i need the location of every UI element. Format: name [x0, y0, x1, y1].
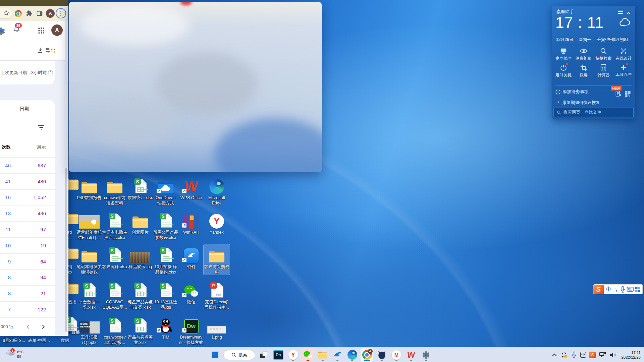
- sogou-toolbox[interactable]: [635, 285, 641, 293]
- clicks-value[interactable]: 11: [0, 227, 11, 232]
- sogou-logo-icon[interactable]: S: [593, 284, 604, 294]
- hidden-icon-label[interactable]: 数据: [61, 338, 69, 344]
- desktop-icon-work-report-pptx[interactable]: WORKREPORT 工作汇报(1).pptx: [76, 315, 102, 345]
- blurred-popup-window[interactable]: [69, 2, 322, 172]
- desktop-icon-sample-display-jpg[interactable]: 样品展示.jpg: [127, 244, 153, 270]
- todo-list-icon[interactable]: [615, 90, 622, 98]
- desktop-icon-wechat[interactable]: 微信: [178, 280, 204, 305]
- clicks-value[interactable]: 46: [0, 163, 11, 168]
- widget-menu-icon[interactable]: [618, 9, 624, 15]
- filter-icon[interactable]: [37, 123, 46, 131]
- tray-sogou[interactable]: S: [589, 352, 596, 358]
- chrome-logo-icon[interactable]: [15, 10, 22, 17]
- date-column-header[interactable]: 日期: [0, 103, 49, 115]
- taskbar-clock[interactable]: 17:11 2022/12/26: [621, 350, 641, 360]
- impressions-value[interactable]: 64: [11, 259, 46, 264]
- desktop-icon-creative-images-folder[interactable]: 创意图片: [127, 210, 153, 235]
- impressions-value[interactable]: 486: [11, 179, 46, 184]
- tray-network[interactable]: [599, 352, 606, 358]
- desktop-icon-onedrive-shortcut[interactable]: OneDrive -快捷方式: [153, 175, 179, 206]
- impressions-value[interactable]: 637: [11, 163, 46, 168]
- tray-sync[interactable]: [560, 351, 568, 359]
- desktop-icon-cqaiwo-cqeva2-xlsx[interactable]: S CQAIWOCQEVA2平...: [102, 280, 128, 310]
- taskbar-file-explorer[interactable]: [316, 348, 329, 362]
- desktop-icon-company-product-params-xlsx[interactable]: S 所需公司产品参数表.xlsx: [153, 210, 179, 240]
- clicks-column-header[interactable]: 次数: [0, 144, 11, 150]
- apps-grid-icon[interactable]: [38, 27, 44, 34]
- impressions-value[interactable]: 97: [11, 227, 46, 232]
- help-icon[interactable]: ?: [48, 70, 53, 75]
- desktop-icon-tim[interactable]: TIM: [153, 315, 179, 340]
- extensions-puzzle-icon[interactable]: [26, 10, 33, 18]
- taskbar-wechat[interactable]: [302, 348, 314, 362]
- widget-shortcut-eye[interactable]: 健康护眼: [574, 46, 594, 63]
- desktop-icon-ops-annual-summary[interactable]: 运营部年度总结Final(1)....: [76, 210, 102, 240]
- desktop-icon-cqaiwocqeva2-activity-xlsx[interactable]: S cqaiwocqeva2活动报...: [102, 315, 128, 345]
- impressions-value[interactable]: 21: [11, 291, 46, 296]
- clicks-value[interactable]: 9: [0, 259, 11, 264]
- tray-ime-mode[interactable]: 中: [580, 352, 586, 358]
- impressions-value[interactable]: 1,052: [11, 194, 46, 200]
- taskbar-yandex-browser[interactable]: Y: [287, 348, 300, 362]
- taskbar-tim[interactable]: [375, 348, 388, 362]
- impressions-value[interactable]: 94: [11, 275, 46, 280]
- add-todo-button[interactable]: 添加待办事项: [555, 89, 589, 95]
- todo-item[interactable]: • 康复期如何快速恢复: [557, 100, 600, 106]
- desktop-icon-laptop-keywords-folder[interactable]: 笔记本电脑关键词参数: [76, 244, 102, 275]
- taskbar-photoshop[interactable]: Ps: [272, 348, 285, 362]
- bookmark-star-icon[interactable]: [3, 10, 9, 17]
- desktop-icon-microsoft-edge[interactable]: MicrosoftEdge: [204, 175, 230, 206]
- taskbar-mail[interactable]: M: [390, 348, 403, 362]
- taskbar-start[interactable]: [209, 348, 221, 362]
- desktop-icon-yandex[interactable]: Y Yandex: [204, 210, 230, 235]
- side-panel-icon[interactable]: [36, 10, 43, 18]
- widget-shortcut-search[interactable]: 快捷搜索: [594, 46, 614, 63]
- widget-shortcut-power[interactable]: 定时关机: [553, 63, 574, 80]
- tray-microphone[interactable]: [571, 351, 577, 358]
- clicks-value[interactable]: 13: [0, 210, 11, 216]
- widget-shortcut-screenshot[interactable]: 截屏: [574, 63, 594, 80]
- taskbar-settings[interactable]: [420, 348, 432, 362]
- desktop-icon-laptop-main-products-xlsx[interactable]: S 笔记本电脑主推产品.xlsx: [102, 210, 128, 240]
- qr-code-icon[interactable]: [625, 91, 631, 98]
- desktop-icon-winrar[interactable]: WinRAR: [178, 210, 204, 235]
- desktop-icon-dingtalk[interactable]: 钉钉: [178, 244, 204, 270]
- next-page-button[interactable]: [40, 323, 47, 330]
- sogou-voice-input[interactable]: [620, 285, 626, 293]
- hidden-icon-label[interactable]: 6月30日 3...: [3, 338, 25, 344]
- gear-icon[interactable]: [0, 27, 6, 37]
- desktop-icon-dreamweaver-shortcut[interactable]: Dw Dreamweaver - 快捷方式: [178, 315, 204, 345]
- clicks-value[interactable]: 41: [0, 179, 11, 184]
- browser-menu-icon[interactable]: [56, 8, 66, 18]
- desktop-icon-cqaiwo-prep-folder[interactable]: cqaiwo年前准备资料: [102, 175, 128, 206]
- clicks-value[interactable]: 8: [0, 291, 11, 296]
- account-avatar[interactable]: A: [51, 24, 63, 36]
- impressions-value[interactable]: 436: [11, 210, 46, 216]
- taskbar-edge[interactable]: [346, 348, 359, 362]
- widget-shortcut-calculator[interactable]: 计算器: [594, 63, 614, 80]
- desktop-icon-customer-stats-xlsx[interactable]: S 客户统计.xlsx: [102, 244, 128, 270]
- taskbar-weather[interactable]: 1 8°C 阴: [5, 348, 23, 359]
- taskbar-task-view[interactable]: [257, 348, 270, 362]
- desktop-icon-direct-recharge-pdf[interactable]: PDF 充值Direct帐号操作指南...: [204, 280, 230, 310]
- desktop-icon-data-stats-xlsx[interactable]: S 数据统计.xlsx: [127, 175, 153, 201]
- desktop-icon-customer-purchase-folder[interactable]: 客户与采购资料: [204, 244, 230, 275]
- clicks-value[interactable]: 10: [0, 243, 11, 248]
- widget-search-bar[interactable]: 搜索网页、查找文件: [553, 108, 634, 117]
- impressions-column-header[interactable]: 展示: [11, 144, 46, 150]
- scrollbar-thumb[interactable]: [65, 168, 67, 332]
- clicks-value[interactable]: 8: [0, 275, 11, 280]
- desktop-icon-wps-office[interactable]: W WPS Office: [178, 175, 204, 201]
- widget-collapse-icon[interactable]: [626, 10, 631, 16]
- sogou-ime-punctuation[interactable]: ’,: [613, 285, 619, 293]
- sogou-soft-keyboard[interactable]: [627, 285, 634, 293]
- widget-shortcut-monitor[interactable]: 桌面整理: [553, 46, 574, 63]
- hidden-icon-label[interactable]: 表单-中西...: [28, 338, 50, 344]
- browser-avatar[interactable]: A: [46, 9, 55, 18]
- taskbar-dingtalk[interactable]: [331, 348, 344, 362]
- taskbar-search[interactable]: 搜索: [223, 350, 255, 360]
- desktop-icon-keyboard-selling-points-xlsx[interactable]: S 键盘产品卖点与文案.xlsx: [127, 280, 153, 310]
- sogou-ime-chinese[interactable]: 中: [606, 285, 611, 293]
- desktop-icon-platform-data-xlsx[interactable]: S 平台数据一览.xlsx: [76, 280, 102, 310]
- export-button[interactable]: 导出: [37, 47, 56, 55]
